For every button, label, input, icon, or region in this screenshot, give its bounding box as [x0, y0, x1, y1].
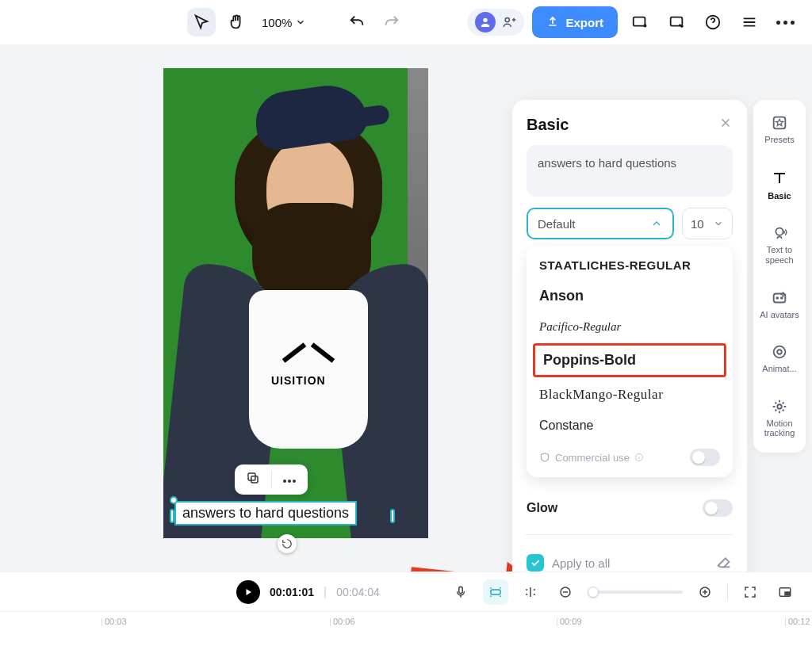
svg-rect-25 — [785, 592, 789, 595]
help-button[interactable] — [699, 8, 727, 36]
font-option-constane[interactable]: Constane — [527, 411, 733, 441]
shirt-brand-text: UISITION — [271, 374, 326, 387]
svg-point-8 — [283, 480, 286, 483]
safe-area-button[interactable] — [662, 8, 691, 36]
zoom-out-button[interactable] — [553, 579, 578, 605]
svg-point-0 — [484, 18, 488, 22]
play-icon — [243, 587, 253, 597]
rail-tab-motion-tracking[interactable]: Motion tracking — [756, 393, 803, 443]
top-toolbar: 100% Export — [0, 0, 812, 44]
info-icon — [634, 453, 644, 462]
close-icon — [718, 116, 733, 130]
split-button[interactable] — [518, 579, 543, 605]
svg-rect-20 — [459, 587, 463, 593]
font-size-select[interactable]: 10 — [682, 208, 733, 239]
zoom-level-dropdown[interactable]: 100% — [257, 16, 311, 29]
panel-close-button[interactable] — [718, 116, 733, 134]
hand-tool-button[interactable] — [222, 8, 251, 36]
svg-rect-2 — [634, 17, 645, 26]
text-more-button[interactable] — [282, 472, 297, 487]
more-menu-button[interactable] — [772, 21, 799, 25]
text-overlay[interactable]: answers to hard questions — [174, 501, 357, 526]
playback-bar: 00:01:01 | 00:04:04 — [0, 571, 812, 611]
export-button[interactable]: Export — [532, 6, 618, 38]
duplicate-button[interactable] — [246, 471, 260, 488]
shield-icon — [539, 452, 550, 463]
right-rail: Presets Basic Text to speech AI avatars … — [753, 100, 806, 453]
svg-point-17 — [774, 346, 786, 358]
redo-button[interactable] — [377, 8, 406, 36]
cursor-tool-button[interactable] — [187, 8, 216, 36]
ruler-tick: 00:06 — [333, 617, 355, 626]
upload-icon — [546, 16, 559, 29]
font-size-value: 10 — [691, 217, 704, 231]
panel-title: Basic — [527, 116, 569, 134]
font-family-select[interactable]: Default — [527, 208, 674, 239]
ruler-tick: 00:09 — [560, 617, 582, 626]
rail-tab-animation[interactable]: Animat... — [756, 338, 803, 379]
svg-point-9 — [288, 480, 291, 483]
editor-stage: UISITION answers to hard questions Basic… — [0, 44, 812, 571]
rotate-handle[interactable] — [278, 534, 297, 553]
svg-point-10 — [293, 480, 296, 483]
mic-button[interactable] — [448, 579, 473, 605]
svg-rect-7 — [251, 476, 258, 483]
svg-point-16 — [781, 297, 783, 299]
svg-point-18 — [777, 350, 782, 354]
apply-to-all-checkbox[interactable] — [527, 554, 544, 571]
svg-point-13 — [776, 228, 783, 235]
auto-captions-button[interactable] — [483, 579, 508, 605]
reset-style-button[interactable] — [715, 552, 733, 573]
glow-label: Glow — [527, 501, 557, 515]
zoom-in-button[interactable] — [692, 579, 718, 605]
total-duration: 00:04:04 — [336, 586, 380, 598]
font-option-blackmango[interactable]: BlackMango-Regular — [527, 379, 733, 411]
text-content-input[interactable]: answers to hard questions — [527, 145, 733, 197]
resize-handle-mr[interactable] — [390, 509, 395, 523]
undo-button[interactable] — [343, 8, 371, 36]
ruler-tick: 00:12 — [788, 617, 810, 626]
check-icon — [530, 557, 541, 568]
rail-tab-presets[interactable]: Presets — [756, 109, 803, 150]
chevron-up-icon — [650, 217, 663, 230]
font-option-poppins-bold[interactable]: Poppins-Bold — [533, 343, 726, 377]
svg-point-1 — [506, 17, 510, 21]
apply-to-all-label: Apply to all — [552, 556, 610, 570]
glow-toggle[interactable] — [703, 499, 733, 517]
fullscreen-button[interactable] — [737, 579, 763, 605]
pip-button[interactable] — [772, 579, 798, 605]
rail-tab-basic[interactable]: Basic — [756, 164, 803, 206]
play-button[interactable] — [236, 580, 260, 604]
font-selected-value: Default — [538, 217, 576, 231]
ruler-tick: 00:03 — [105, 617, 127, 626]
zoom-value: 100% — [262, 16, 292, 29]
basic-panel: Basic answers to hard questions Default … — [512, 100, 747, 587]
chevron-down-icon — [713, 218, 724, 229]
export-label: Export — [565, 16, 603, 29]
commercial-use-toggle[interactable] — [690, 449, 720, 466]
current-time: 00:01:01 — [270, 586, 314, 598]
add-to-screen-button[interactable] — [626, 8, 654, 36]
font-dropdown-list: Staatliches-Regular Anson Pacifico-Regul… — [527, 246, 733, 477]
svg-point-15 — [776, 297, 778, 299]
font-option-pacifico[interactable]: Pacifico-Regular — [527, 312, 733, 342]
eraser-icon — [715, 552, 733, 570]
resize-handle-tl[interactable] — [170, 496, 178, 504]
rail-tab-ai-avatars[interactable]: AI avatars — [756, 285, 803, 325]
svg-rect-21 — [491, 590, 500, 594]
font-option-staatliches[interactable]: Staatliches-Regular — [527, 250, 733, 280]
add-user-icon — [502, 15, 516, 29]
avatar-icon — [475, 12, 496, 32]
svg-point-19 — [777, 404, 782, 409]
font-option-anson[interactable]: Anson — [527, 280, 733, 312]
rail-tab-tts[interactable]: Text to speech — [756, 220, 803, 269]
account-pill[interactable] — [467, 9, 524, 36]
commercial-use-label: Commercial use — [555, 452, 630, 464]
layers-button[interactable] — [735, 8, 764, 36]
timeline-ruler[interactable]: 00:03 00:06 00:09 00:12 — [0, 611, 812, 646]
resize-handle-ml[interactable] — [170, 509, 174, 523]
text-mini-toolbar — [235, 464, 308, 495]
chevron-down-icon — [295, 17, 306, 28]
timeline-zoom-slider[interactable] — [588, 591, 683, 594]
